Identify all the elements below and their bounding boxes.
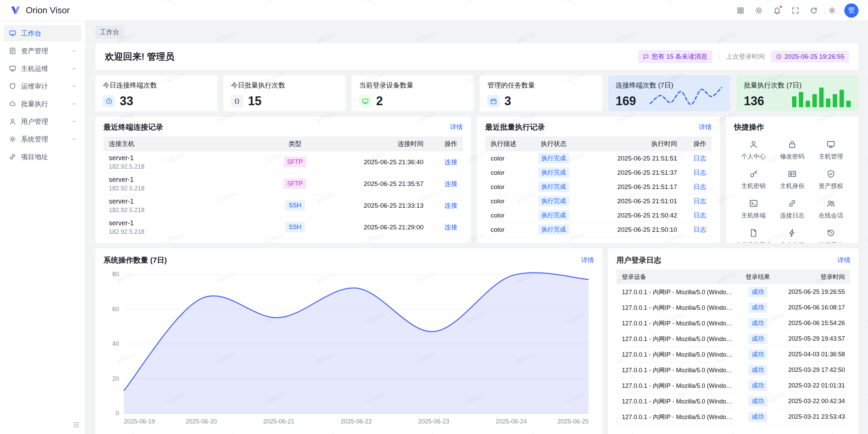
svg-text:40: 40 [112,340,119,347]
quick-action-host-key[interactable]: 主机密钥 [734,169,773,190]
stat-card-value: 2 [376,94,383,108]
theme-light-icon[interactable] [751,3,766,18]
connect-time: 2025-06-25 21:36:40 [320,158,429,166]
stat-card-value: 33 [120,94,133,108]
execution-time: 2025-06-25 21:51:37 [581,169,683,176]
quick-action-personal-center[interactable]: 个人中心 [734,140,773,161]
log-link[interactable]: 日志 [693,212,706,219]
ops-chart-detail-link[interactable]: 详情 [581,256,594,265]
column-header: 执行描述 [485,139,527,148]
column-header: 登录设备 [616,273,739,281]
type-cell: SSH [270,200,320,211]
svg-text:2025-06-20: 2025-06-20 [185,418,217,425]
sidebar-item-ops-audit[interactable]: 运维审计 [4,78,81,94]
login-log-detail-link[interactable]: 详情 [837,256,850,265]
quick-action-command-execution[interactable]: 命令执行 [773,228,811,243]
quick-action-connection-log[interactable]: 连接日志 [773,199,811,220]
table-row: 127.0.0.1 - 内网IP - Mozilla/5.0 (Windows … [616,409,850,425]
login-time: 2025-05-29 19:43:57 [776,335,850,342]
sidebar-item-host-operations[interactable]: 主机运维 [4,60,81,77]
refresh-icon[interactable] [806,3,821,18]
settings-gear-icon[interactable] [825,3,840,18]
quick-actions-title: 快捷操作 [734,122,764,132]
quick-action-label: 在线会话 [819,211,843,220]
sidebar-item-project-address[interactable]: 项目地址 [4,149,81,165]
status-cell: 执行完成 [527,196,581,206]
apps-icon[interactable] [733,3,748,18]
gear-icon [9,135,16,143]
last-login-label: 上次登录时间 [726,52,765,61]
result-cell: 成功 [739,302,776,313]
sidebar-item-system-management[interactable]: 系统管理 [4,131,81,147]
chevron-down-icon [71,101,77,107]
sidebar-menu: 工作台资产管理主机运维运维审计批量执行用户管理系统管理项目地址 [4,25,81,166]
quick-action-change-password[interactable]: 修改密码 [773,140,811,161]
welcome-title: 欢迎回来! 管理员 [105,51,175,63]
batch-records-detail-link[interactable]: 详情 [699,123,712,132]
user-avatar[interactable]: 管 [844,3,859,18]
connect-link[interactable]: 连接 [445,180,457,187]
unread-messages-badge[interactable]: 您有 15 条未读消息 [638,50,712,63]
log-link[interactable]: 日志 [693,155,706,162]
notification-bell-icon[interactable] [770,3,785,18]
quick-action-label: 主机管理 [819,152,843,161]
quick-action-execution-log[interactable]: 执行日志 [812,228,850,243]
host-cell: server-1182.92.5.218 [103,176,270,192]
result-cell: 成功 [739,349,776,360]
log-link[interactable]: 日志 [693,169,706,176]
type-cell: SFTP [270,157,320,167]
log-link[interactable]: 日志 [693,197,706,205]
sidebar-item-batch-execution[interactable]: 批量执行 [4,96,81,112]
stat-card-value: 3 [504,94,511,108]
result-cell: 成功 [739,396,776,407]
shield-icon [9,82,16,90]
stat-card-today-terminal-connections: 今日连接终端次数33 [95,75,217,111]
terminal-records-detail-link[interactable]: 详情 [450,123,463,132]
file-icon [749,228,758,238]
table-header: 登录设备登录结果登录时间 [616,269,850,284]
log-link[interactable]: 日志 [693,183,706,190]
usergroup-icon [826,199,835,208]
login-log-panel: 用户登录日志 详情 登录设备登录结果登录时间127.0.0.1 - 内网IP -… [608,248,859,434]
quick-action-asset-authorization[interactable]: 资产授权 [812,169,850,190]
quick-action-label: 执行日志 [819,241,843,243]
quick-action-online-session[interactable]: 在线会话 [812,199,850,220]
result-cell: 成功 [739,334,776,344]
log-link[interactable]: 日志 [693,226,706,233]
app-logo[interactable]: Orion Visor [9,4,70,17]
table-row: color执行完成2025-06-25 21:51:01日志 [485,194,712,208]
action-cell: 日志 [683,225,712,234]
connect-link[interactable]: 连接 [445,158,457,166]
calendar-icon [487,95,499,107]
quick-action-label: 个人中心 [741,152,766,161]
sidebar-item-user-management[interactable]: 用户管理 [4,113,81,130]
connect-time: 2025-06-25 21:35:57 [320,180,429,188]
sidebar-item-workbench[interactable]: 工作台 [4,25,81,41]
stat-card-value-row: 2 [359,94,466,108]
monitor-icon [359,95,371,107]
login-result-tag: 成功 [748,365,767,375]
login-result-tag: 成功 [748,287,767,297]
stat-card-value-row: 3 [487,94,594,108]
host-cell: server-1182.92.5.218 [103,197,270,214]
table-row: color执行完成2025-06-25 21:51:17日志 [485,180,712,194]
quick-action-host-terminal[interactable]: 主机终端 [734,199,773,220]
host-ip: 182.92.5.218 [109,228,264,235]
connect-link[interactable]: 连接 [445,224,457,231]
collapse-sidebar-icon[interactable] [73,421,80,429]
sidebar-item-asset-management[interactable]: 资产管理 [4,43,81,59]
connect-link[interactable]: 连接 [445,202,457,209]
quick-action-label: 主机身份 [780,182,804,190]
result-cell: 成功 [739,412,776,422]
bolt-icon [788,228,797,238]
quick-action-file-operation-log[interactable]: 文件操作日志 [734,228,773,243]
column-header: 操作 [683,139,712,148]
quick-action-host-identity[interactable]: 主机身份 [773,169,811,190]
breadcrumb-item-workbench[interactable]: 工作台 [95,26,124,39]
user-icon [9,118,16,125]
quick-action-host-management[interactable]: 主机管理 [812,140,850,161]
fullscreen-icon[interactable] [788,3,803,18]
table-row: server-1182.92.5.218SSH2025-06-25 21:29:… [103,216,463,238]
host-ip: 182.92.5.218 [109,207,264,214]
login-device: 127.0.0.1 - 内网IP - Mozilla/5.0 (Windows … [616,413,739,421]
